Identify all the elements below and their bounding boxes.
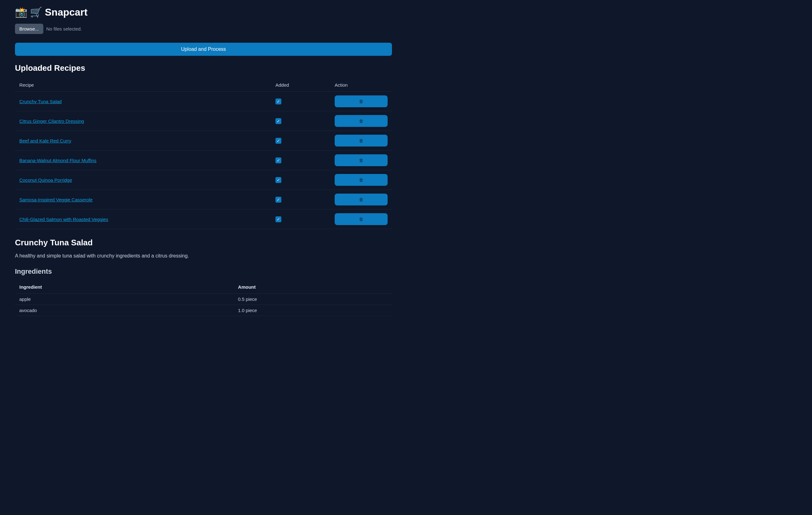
- check-icon: ✓: [277, 178, 280, 182]
- table-row: Crunchy Tuna Salad✓🗑: [15, 92, 392, 111]
- recipe-link[interactable]: Banana-Walnut Almond Flour Muffins: [19, 158, 96, 163]
- added-checkbox[interactable]: ✓: [276, 216, 281, 222]
- table-row: Citrus Ginger Cilantro Dressing✓🗑: [15, 111, 392, 131]
- camera-icon: 📸: [15, 6, 27, 18]
- app-name: Snapcart: [45, 6, 88, 18]
- trash-icon: 🗑: [359, 118, 363, 124]
- added-checkbox[interactable]: ✓: [276, 197, 281, 202]
- delete-button[interactable]: 🗑: [335, 174, 387, 186]
- check-icon: ✓: [277, 99, 280, 104]
- recipes-column-added: Added: [271, 79, 330, 92]
- added-checkbox[interactable]: ✓: [276, 177, 281, 183]
- trash-icon: 🗑: [359, 217, 363, 222]
- check-icon: ✓: [277, 197, 280, 202]
- delete-button[interactable]: 🗑: [335, 194, 387, 206]
- added-checkbox[interactable]: ✓: [276, 138, 281, 144]
- ingredients-column-amount: Amount: [234, 280, 392, 294]
- table-row: avocado1.0 piece: [15, 305, 392, 316]
- recipe-detail-description: A healthy and simple tuna salad with cru…: [15, 253, 392, 259]
- recipe-detail-title: Crunchy Tuna Salad: [15, 238, 392, 247]
- table-row: apple0.5 piece: [15, 294, 392, 305]
- check-icon: ✓: [277, 158, 280, 163]
- file-status-text: No files selected.: [47, 26, 82, 31]
- ingredients-column-ingredient: Ingredient: [15, 280, 234, 294]
- trash-icon: 🗑: [359, 158, 363, 163]
- recipes-column-recipe: Recipe: [15, 79, 271, 92]
- app-title: 📸 🛒 Snapcart: [15, 0, 392, 22]
- trash-icon: 🗑: [359, 138, 363, 143]
- recipe-link[interactable]: Beef and Kale Red Curry: [19, 138, 71, 143]
- cart-icon: 🛒: [30, 6, 42, 18]
- upload-process-button[interactable]: Upload and Process: [15, 43, 392, 56]
- delete-button[interactable]: 🗑: [335, 213, 387, 225]
- recipe-link[interactable]: Citrus Ginger Cilantro Dressing: [19, 118, 84, 124]
- ingredient-amount: 0.5 piece: [234, 294, 392, 305]
- check-icon: ✓: [277, 138, 280, 143]
- check-icon: ✓: [277, 119, 280, 124]
- ingredient-amount: 1.0 piece: [234, 305, 392, 316]
- table-row: Samosa-Inspired Veggie Casserole✓🗑: [15, 190, 392, 210]
- recipe-link[interactable]: Coconut Quinoa Porridge: [19, 178, 72, 183]
- table-row: Coconut Quinoa Porridge✓🗑: [15, 170, 392, 190]
- recipes-table: Recipe Added Action Crunchy Tuna Salad✓🗑…: [15, 79, 392, 229]
- ingredient-name: avocado: [15, 305, 234, 316]
- check-icon: ✓: [277, 217, 280, 222]
- recipe-link[interactable]: Chili-Glazed Salmon with Roasted Veggies: [19, 217, 108, 222]
- recipes-column-action: Action: [330, 79, 392, 92]
- table-row: Banana-Walnut Almond Flour Muffins✓🗑: [15, 151, 392, 170]
- delete-button[interactable]: 🗑: [335, 115, 387, 127]
- browse-button[interactable]: Browse...: [15, 24, 43, 34]
- trash-icon: 🗑: [359, 99, 363, 104]
- added-checkbox[interactable]: ✓: [276, 99, 281, 104]
- delete-button[interactable]: 🗑: [335, 135, 387, 146]
- ingredients-heading: Ingredients: [15, 268, 392, 276]
- added-checkbox[interactable]: ✓: [276, 118, 281, 124]
- recipe-link[interactable]: Crunchy Tuna Salad: [19, 99, 62, 104]
- file-upload-row: Browse... No files selected.: [15, 24, 392, 34]
- ingredient-name: apple: [15, 294, 234, 305]
- added-checkbox[interactable]: ✓: [276, 157, 281, 163]
- recipe-link[interactable]: Samosa-Inspired Veggie Casserole: [19, 197, 92, 202]
- delete-button[interactable]: 🗑: [335, 154, 387, 166]
- ingredients-table: Ingredient Amount apple0.5 pieceavocado1…: [15, 280, 392, 316]
- table-row: Beef and Kale Red Curry✓🗑: [15, 131, 392, 151]
- uploaded-recipes-heading: Uploaded Recipes: [15, 63, 392, 73]
- trash-icon: 🗑: [359, 197, 363, 202]
- trash-icon: 🗑: [359, 178, 363, 182]
- table-row: Chili-Glazed Salmon with Roasted Veggies…: [15, 210, 392, 229]
- delete-button[interactable]: 🗑: [335, 96, 387, 107]
